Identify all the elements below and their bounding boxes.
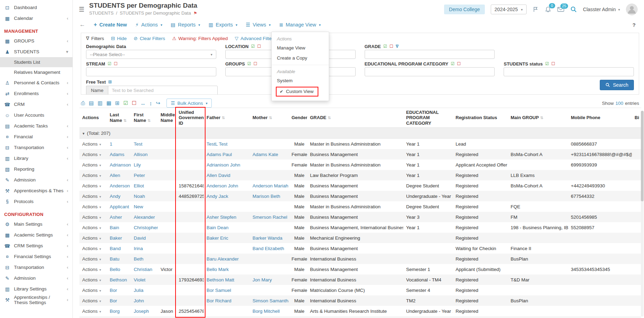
row-actions-button[interactable]: Actions▾: [79, 254, 107, 264]
search-button[interactable]: Search: [600, 80, 634, 90]
sidebar-item[interactable]: ⚒ Apprenticeships / Thesis Settings ‹: [0, 294, 72, 305]
sidebar-item[interactable]: ⊟ Transportation ‹: [0, 142, 72, 153]
column-header[interactable]: EDUCATIONAL PROGRAM CATEGORY⇅: [403, 108, 453, 128]
row-actions-button[interactable]: Actions▾: [79, 264, 107, 274]
sort-icon[interactable]: ⇅: [328, 116, 331, 120]
sidebar-item[interactable]: ☎ CRM Settings ‹: [0, 240, 72, 251]
father-link[interactable]: [204, 201, 250, 212]
column-header[interactable]: Main GROUP⇅: [508, 108, 568, 128]
father-link[interactable]: Anderson John: [204, 180, 250, 191]
sidebar-item[interactable]: ▦ Calendar ‹: [0, 13, 72, 24]
last-name-link[interactable]: Allen: [107, 170, 131, 180]
doc2-icon[interactable]: ▥: [98, 100, 102, 106]
father-link[interactable]: Adams Paul: [204, 149, 250, 160]
academic-year-select[interactable]: 2024-2025 ▾: [491, 5, 527, 14]
sort-icon[interactable]: ⇅: [147, 118, 150, 123]
column-header[interactable]: Registration Status⇅: [453, 108, 508, 128]
column-header[interactable]: Actions⇅: [79, 108, 107, 128]
sidebar-item[interactable]: ▥ Library Settings ‹: [0, 284, 72, 294]
first-name-link[interactable]: Elliot: [131, 180, 158, 191]
last-name-link[interactable]: Asher: [107, 212, 131, 222]
first-name-link[interactable]: Lily: [131, 160, 158, 170]
mother-link[interactable]: [250, 170, 289, 180]
mother-link[interactable]: Borg Mitchell: [250, 306, 289, 316]
last-name-link[interactable]: Bello: [107, 264, 131, 274]
first-name-link[interactable]: Noah: [131, 191, 158, 201]
first-name-link[interactable]: Test: [131, 139, 158, 149]
reports-menu-button[interactable]: ▤ Reports ▾: [171, 22, 200, 28]
last-name-link[interactable]: Baker: [107, 233, 131, 243]
mother-link[interactable]: [250, 222, 289, 233]
first-name-link[interactable]: Christian: [131, 264, 158, 274]
father-link[interactable]: Asher Stepfen: [204, 212, 250, 222]
menu-item-custom-view[interactable]: Custom View: [286, 89, 313, 94]
exclude-filter-icon[interactable]: ☐: [389, 44, 393, 49]
notifications-bell-icon[interactable]: 0: [545, 6, 551, 13]
column-header[interactable]: Mobile Phone⇅: [568, 108, 632, 128]
advanced-filters-link[interactable]: ▽ Advanced Filters: [235, 36, 276, 41]
sidebar-item[interactable]: ▩ Academic Settings ‹: [0, 230, 72, 240]
row-actions-button[interactable]: Actions▾: [79, 170, 107, 180]
first-name-link[interactable]: John: [131, 295, 158, 306]
first-name-link[interactable]: Suz: [131, 316, 158, 318]
first-name-link[interactable]: Allison: [131, 149, 158, 160]
row-actions-button[interactable]: Actions▾: [79, 201, 107, 212]
sidebar-item[interactable]: ▥ Library ‹: [0, 153, 72, 164]
father-link[interactable]: Bor Samuel: [204, 285, 250, 295]
mother-link[interactable]: Jon Mary: [250, 274, 289, 285]
copy-icon[interactable]: ⊞: [115, 100, 120, 106]
sort-icon[interactable]: ⇅: [269, 116, 272, 120]
first-name-link[interactable]: Joseph: [131, 306, 158, 316]
sidebar-item[interactable]: ▧ Reporting: [0, 164, 72, 174]
fit-icon[interactable]: ↕: [149, 100, 152, 106]
sort-icon[interactable]: ⇅: [540, 116, 543, 120]
column-header[interactable]: Unified Government ID⇅: [176, 108, 204, 128]
row-actions-button[interactable]: Actions▾: [79, 149, 107, 160]
last-name-link[interactable]: Batu: [107, 254, 131, 264]
last-name-link[interactable]: Bovin: [107, 316, 131, 318]
exclude-filter-icon[interactable]: ☐: [551, 61, 555, 66]
mother-link[interactable]: Barker Wanda: [250, 233, 289, 243]
print-icon[interactable]: ⎙: [81, 100, 85, 106]
last-name-link[interactable]: Adrianson: [107, 160, 131, 170]
mother-link[interactable]: Anderson Mariah: [250, 180, 289, 191]
select-all-icon[interactable]: ☑: [123, 100, 128, 106]
help-button[interactable]: ?: [633, 22, 636, 28]
include-filter-icon[interactable]: ☑: [108, 61, 111, 66]
first-name-link[interactable]: David: [131, 233, 158, 243]
free-text-search-input[interactable]: [108, 86, 218, 95]
row-actions-button[interactable]: Actions▾: [79, 316, 107, 318]
mother-link[interactable]: Simson Samantha: [250, 295, 289, 306]
group-total-row[interactable]: ▾(Total: 207): [79, 128, 641, 139]
mother-link[interactable]: [250, 316, 289, 318]
sidebar-item[interactable]: ☺ User Accounts: [0, 110, 72, 121]
export-icon[interactable]: ↪: [156, 100, 161, 106]
father-link[interactable]: Bethson Matt: [204, 274, 250, 285]
sidebar-item[interactable]: CONFIGURATION: [0, 207, 72, 219]
sidebar-item[interactable]: ♙ Personnel & Contacts ‹: [0, 77, 72, 88]
last-name-link[interactable]: Andy: [107, 191, 131, 201]
mother-link[interactable]: [250, 285, 289, 295]
first-name-link[interactable]: Irina: [131, 243, 158, 254]
sidebar-item[interactable]: ✎ Admission ‹: [0, 174, 72, 185]
column-header[interactable]: Bi⇅: [632, 108, 641, 128]
father-link[interactable]: Bain Dean: [204, 222, 250, 233]
father-link[interactable]: Baker Eric: [204, 233, 250, 243]
mother-link[interactable]: [250, 201, 289, 212]
page-size-select[interactable]: 100: [615, 101, 623, 106]
first-name-link[interactable]: Julia: [131, 285, 158, 295]
expand-icon[interactable]: ↔: [140, 100, 146, 106]
sidebar-item[interactable]: MANAGEMENT: [0, 24, 72, 36]
last-name-link[interactable]: Bor: [107, 295, 131, 306]
father-link[interactable]: Bor Richard: [204, 295, 250, 306]
create-new-button[interactable]: + Create New: [94, 22, 127, 28]
sidebar-item[interactable]: Students List: [0, 57, 72, 67]
column-header[interactable]: Mother⇅: [250, 108, 289, 128]
sidebar-item[interactable]: ▩ GROUPS ‹: [0, 36, 72, 46]
mother-link[interactable]: [250, 254, 289, 264]
column-header[interactable]: GRADE⇅: [307, 108, 403, 128]
sort-icon[interactable]: ⇅: [222, 116, 225, 120]
clear-filters-link[interactable]: ⊘ Clear Filters: [134, 36, 165, 41]
stream-input[interactable]: [86, 67, 216, 76]
sidebar-item[interactable]: ♟ STUDENTS ▾: [0, 46, 72, 57]
